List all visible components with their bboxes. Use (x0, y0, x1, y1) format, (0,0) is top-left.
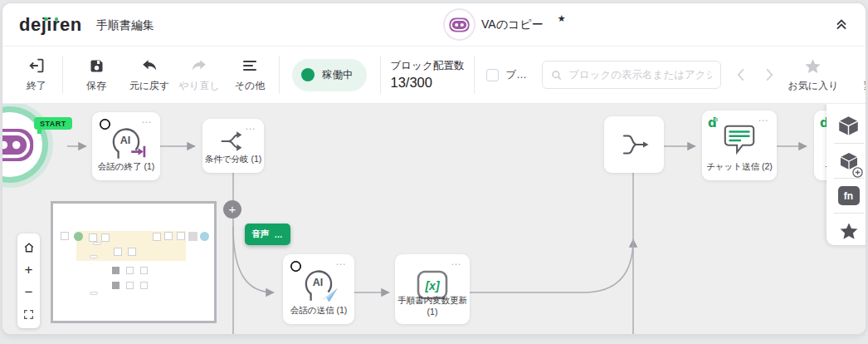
dejiren-logo: dejiren (19, 14, 82, 36)
search-input[interactable] (568, 69, 712, 81)
zoom-out-button[interactable]: − (17, 281, 40, 303)
block-search (542, 61, 721, 89)
add-block-button[interactable]: + (223, 200, 241, 219)
prev-result-icon[interactable] (736, 67, 745, 82)
node-label: チャット送信 (2) (702, 161, 777, 173)
undo-icon (140, 57, 158, 75)
favorites-label: お気に入り (788, 79, 838, 93)
branch-icon (202, 128, 264, 155)
blocks-cube-icon[interactable] (837, 111, 860, 140)
more-icon (241, 57, 258, 75)
toolbar: 終了 保存 元に戻す やり直し その他 (2, 47, 866, 104)
node-update-variables[interactable]: … [x] 手順書内変数更新 (1) (395, 254, 470, 324)
divider (62, 56, 63, 94)
variables-label: 変数 (864, 79, 866, 93)
logo-text: dejiren (19, 14, 82, 35)
svg-text:AI: AI (313, 277, 324, 288)
node-label: 条件で分岐 (1) (202, 154, 264, 165)
minimap[interactable] (51, 201, 217, 323)
voice-menu-icon[interactable]: … (275, 230, 284, 239)
undo-button[interactable]: 元に戻す (128, 57, 171, 93)
node-merge[interactable] (604, 116, 664, 173)
page-title: 手順書編集 (96, 18, 154, 33)
star-icon (804, 57, 822, 75)
divider (834, 178, 864, 179)
fn-label: fn (838, 186, 860, 205)
node-label: 会話の終了 (1) (92, 161, 160, 173)
divider (474, 56, 475, 94)
exit-icon (27, 57, 46, 75)
checkbox-icon[interactable] (486, 69, 499, 81)
favorites-star-icon[interactable] (839, 216, 859, 245)
divider (380, 56, 381, 94)
ai-conversation-send-icon: AI (283, 265, 354, 302)
collapse-header-icon[interactable] (834, 17, 851, 33)
workflow-identity: VAのコピー ★ (445, 10, 566, 39)
node-label: 会話の送信 (1) (283, 305, 354, 317)
block-palette-sidebar: fn (827, 104, 866, 245)
header: dejiren 手順書編集 VAのコピー ★ (2, 3, 866, 47)
merge-icon (604, 132, 664, 157)
robot-icon (449, 17, 470, 32)
redo-button[interactable]: やり直し (178, 57, 221, 93)
favorite-star-icon[interactable]: ★ (558, 13, 566, 24)
favorites-button[interactable]: お気に入り (788, 57, 839, 93)
voice-label: 音声 (252, 229, 270, 240)
svg-text:AI: AI (120, 135, 131, 146)
redo-icon (190, 57, 208, 75)
block-count-label: ブロック配置数 (391, 59, 464, 72)
node-send-chat[interactable]: d … チャット送信 (2) (702, 111, 777, 180)
ai-conversation-end-icon: AI (92, 123, 160, 160)
status-label: 稼働中 (322, 68, 354, 82)
more-button[interactable]: その他 (231, 57, 269, 93)
robot-icon (2, 128, 34, 162)
save-button[interactable]: 保存 (78, 57, 115, 93)
save-icon (88, 57, 105, 75)
divider (834, 143, 864, 144)
more-label: その他 (235, 79, 266, 93)
zoom-in-button[interactable]: + (17, 258, 40, 281)
node-end-conversation[interactable]: … AI 会話の終了 (1) (92, 112, 160, 180)
status-dot-icon (301, 68, 315, 81)
workflow-canvas[interactable]: START … AI 会話の終了 (1) … (2, 104, 866, 334)
fit-view-button[interactable] (17, 303, 40, 326)
start-label: START (34, 117, 72, 130)
node-send-conversation[interactable]: … AI 会話の送信 (1) (283, 254, 354, 324)
save-label: 保存 (86, 79, 106, 93)
exit-button[interactable]: 終了 (17, 57, 56, 93)
svg-text:[x]: [x] (424, 279, 440, 292)
node-menu-icon[interactable]: … (451, 255, 462, 268)
functions-icon[interactable]: fn (838, 181, 860, 210)
undo-label: 元に戻す (129, 79, 170, 93)
node-branch-condition[interactable]: … 条件で分岐 (1) (202, 119, 264, 173)
voice-branch-tag[interactable]: 音声 … (245, 224, 290, 245)
home-button[interactable] (17, 236, 40, 258)
canvas-controls: + − (17, 233, 40, 328)
block-count-value: 13/300 (391, 75, 464, 91)
bot-avatar[interactable] (445, 10, 474, 39)
exit-label: 終了 (27, 79, 46, 93)
variables-button[interactable]: [x] 変数 (859, 57, 866, 93)
checkbox-label: ブ… (506, 68, 527, 82)
node-label: 手順書内変数更新 (1) (395, 295, 470, 317)
chat-bubble-icon (702, 122, 777, 157)
divider (834, 213, 864, 214)
add-block-cube-icon[interactable] (839, 146, 859, 175)
next-result-icon[interactable] (765, 67, 774, 82)
redo-label: やり直し (179, 79, 220, 93)
workflow-name: VAのコピー (481, 17, 544, 32)
block-filter-checkbox[interactable]: ブ… (486, 68, 527, 82)
search-icon (551, 69, 562, 81)
status-toggle[interactable]: 稼働中 (292, 59, 367, 91)
search-nav (736, 67, 774, 82)
app-window: dejiren 手順書編集 VAのコピー ★ 終了 (2, 3, 866, 334)
block-count: ブロック配置数 13/300 (391, 59, 464, 90)
divider (279, 56, 280, 94)
